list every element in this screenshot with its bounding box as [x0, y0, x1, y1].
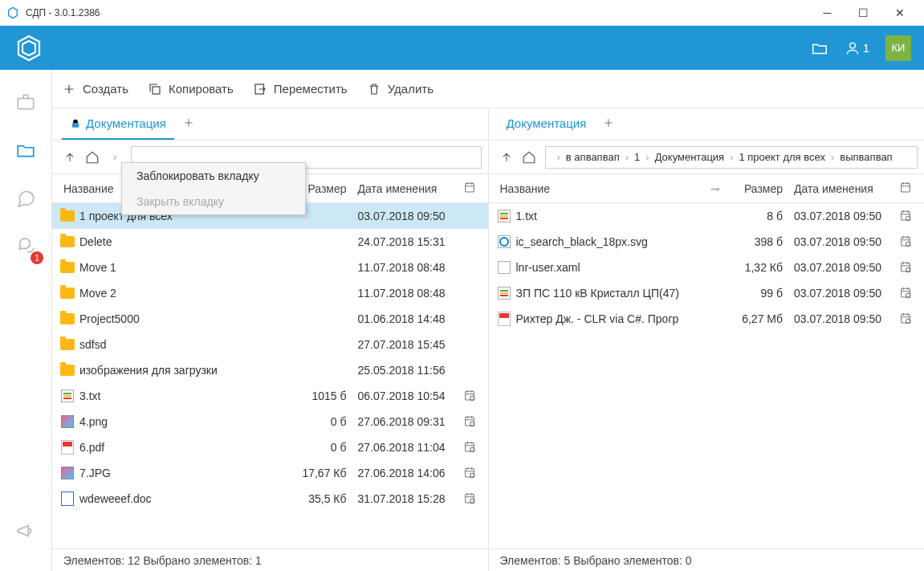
- left-nav-home[interactable]: [81, 146, 104, 169]
- col-size-header[interactable]: Размер: [729, 182, 789, 195]
- file-date: 27.06.2018 14:06: [353, 467, 458, 479]
- file-name: 4.png: [76, 415, 293, 428]
- col-name-header[interactable]: Название: [495, 182, 702, 195]
- user-count-button[interactable]: 1: [845, 40, 869, 56]
- sidebar-announce[interactable]: [10, 515, 42, 547]
- calendar-icon: [463, 466, 476, 479]
- file-size: 6,27 Мб: [729, 312, 789, 325]
- window-close-button[interactable]: ✕: [881, 1, 918, 25]
- pdf-file-icon: [498, 312, 511, 326]
- file-row[interactable]: Project500001.06.2018 14:48: [52, 306, 488, 332]
- file-row[interactable]: 1.txt8 б03.07.2018 09:50: [489, 203, 925, 229]
- file-row[interactable]: ic_search_black_18px.svg398 б03.07.2018 …: [489, 229, 925, 255]
- breadcrumb-item[interactable]: 1: [634, 151, 640, 163]
- right-tab-add[interactable]: [602, 116, 615, 132]
- svg-rect-17: [465, 494, 474, 503]
- sidebar-briefcase[interactable]: [10, 86, 42, 118]
- app-logo-icon: [13, 32, 45, 64]
- file-name: Move 2: [76, 287, 293, 300]
- file-row[interactable]: изображения для загрузки25.05.2018 11:56: [52, 357, 488, 383]
- file-size: 99 б: [729, 287, 789, 300]
- file-date: 03.07.2018 09:50: [789, 312, 893, 325]
- context-lock-tab[interactable]: Заблокировать вкладку: [122, 163, 305, 189]
- right-nav-home[interactable]: [518, 146, 540, 169]
- file-name: ЗП ПС 110 кВ Кристалл ЦП(47): [513, 287, 730, 300]
- folder-shortcut-button[interactable]: [811, 39, 828, 57]
- file-row[interactable]: ЗП ПС 110 кВ Кристалл ЦП(47)99 б03.07.20…: [489, 280, 925, 306]
- col-date-header[interactable]: Дата именения: [353, 182, 458, 195]
- file-row[interactable]: lnr-user.xaml1,32 Кб03.07.2018 09:50: [489, 255, 925, 280]
- window-minimize-button[interactable]: ─: [809, 1, 845, 25]
- file-row[interactable]: sdfsd27.07.2018 15:45: [52, 332, 488, 357]
- file-row[interactable]: Move 111.07.2018 08:48: [52, 255, 488, 280]
- user-avatar[interactable]: КИ: [885, 35, 911, 61]
- create-button[interactable]: Создать: [62, 82, 128, 96]
- calendar-icon: [899, 286, 912, 299]
- right-pane: Документация ›в апвапвап›1›Документация›…: [489, 108, 925, 571]
- file-size: 398 б: [729, 235, 789, 248]
- left-tab-documents[interactable]: Документация: [62, 108, 174, 140]
- folder-icon: [60, 236, 75, 247]
- right-file-list: 1.txt8 б03.07.2018 09:50ic_search_black_…: [489, 203, 925, 549]
- sidebar-chats[interactable]: 1: [10, 230, 42, 263]
- delete-button[interactable]: Удалить: [367, 82, 434, 96]
- calendar-icon: [899, 260, 912, 273]
- file-date: 03.07.2018 09:50: [353, 210, 458, 222]
- col-cal-icon[interactable]: [893, 181, 918, 196]
- app-header: 1 КИ: [0, 26, 924, 70]
- file-row[interactable]: 7.JPG17,67 Кб27.06.2018 14:06: [52, 460, 488, 486]
- calendar-icon: [463, 389, 476, 402]
- svg-marker-2: [22, 41, 35, 55]
- breadcrumb-item[interactable]: в апвапвап: [566, 151, 620, 163]
- file-row[interactable]: Delete24.07.2018 15:31: [52, 229, 488, 255]
- file-date: 06.07.2018 10:54: [353, 390, 458, 402]
- file-row[interactable]: wdeweeef.doc35,5 Кб31.07.2018 15:28: [52, 486, 488, 512]
- file-name: 3.txt: [76, 390, 293, 402]
- folder-icon: [60, 288, 75, 299]
- window-titlebar: СДП - 3.0.1.2386 ─ ☐ ✕: [0, 0, 924, 26]
- svg-rect-24: [902, 263, 910, 271]
- file-date: 25.05.2018 11:56: [353, 364, 458, 377]
- left-tab-add[interactable]: [182, 116, 195, 132]
- file-row[interactable]: Move 211.07.2018 08:48: [52, 280, 488, 306]
- breadcrumb-item[interactable]: 1 проект для всех: [739, 151, 825, 163]
- svg-rect-20: [902, 211, 910, 220]
- right-tab-documents[interactable]: Документация: [499, 108, 595, 140]
- svg-rect-8: [465, 183, 474, 192]
- file-row[interactable]: 4.png0 б27.06.2018 09:31: [52, 409, 488, 434]
- file-name: Delete: [76, 235, 293, 248]
- breadcrumb-item[interactable]: Документация: [655, 151, 725, 163]
- file-date: 27.07.2018 15:45: [353, 338, 458, 351]
- calendar-icon: [899, 235, 912, 247]
- folder-icon: [60, 365, 75, 376]
- file-row[interactable]: Рихтер Дж. - CLR via C#. Прогр6,27 Мб03.…: [489, 306, 925, 332]
- file-name: ic_search_black_18px.svg: [513, 235, 730, 248]
- file-name: 6.pdf: [76, 441, 293, 454]
- col-pin-icon[interactable]: ⊸: [702, 182, 729, 195]
- window-maximize-button[interactable]: ☐: [845, 1, 881, 25]
- file-size: 1015 б: [293, 390, 353, 402]
- copy-button[interactable]: Копировать: [148, 82, 234, 96]
- pdf-file-icon: [61, 440, 74, 455]
- file-row[interactable]: 6.pdf0 б27.06.2018 11:04: [52, 434, 488, 460]
- svg-rect-4: [18, 99, 34, 109]
- file-size: 0 б: [293, 441, 353, 454]
- breadcrumb-item[interactable]: выпвапвап: [840, 151, 892, 163]
- file-size: 17,67 Кб: [293, 467, 353, 479]
- file-date: 11.07.2018 08:48: [353, 261, 458, 274]
- sidebar-chat[interactable]: [10, 182, 42, 214]
- col-date-header[interactable]: Дата именения: [789, 182, 893, 195]
- col-cal-icon[interactable]: [458, 181, 482, 196]
- right-status-bar: Элементов: 5 Выбрано элементов: 0: [489, 549, 925, 571]
- file-name: lnr-user.xaml: [513, 261, 730, 274]
- left-nav-up[interactable]: [59, 146, 81, 169]
- file-row[interactable]: 3.txt1015 б06.07.2018 10:54: [52, 383, 488, 409]
- sidebar-files[interactable]: [10, 134, 42, 166]
- svg-file-icon: [498, 235, 511, 248]
- right-nav-up[interactable]: [495, 146, 518, 169]
- sidebar-chats-badge: 1: [31, 251, 43, 264]
- move-button[interactable]: Переместить: [253, 82, 348, 96]
- right-breadcrumbs[interactable]: ›в апвапвап›1›Документация›1 проект для …: [545, 146, 918, 169]
- txt-file-icon: [498, 287, 511, 300]
- file-date: 01.06.2018 14:48: [353, 312, 458, 325]
